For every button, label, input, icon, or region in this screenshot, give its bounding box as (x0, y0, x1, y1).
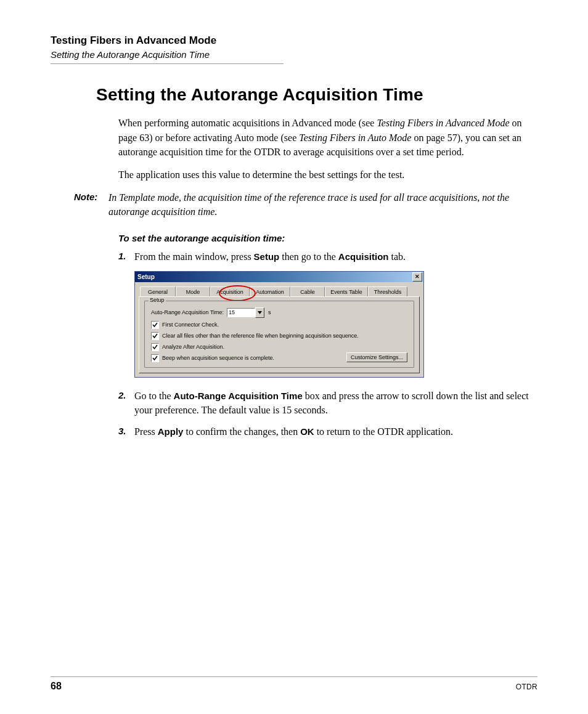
note-text: In Template mode, the acquisition time o… (108, 190, 534, 219)
product-name: OTDR (516, 683, 537, 691)
tab-events-table[interactable]: Events Table (325, 286, 368, 297)
text: tab. (389, 251, 406, 262)
step-number: 1. (118, 249, 134, 264)
page-title: Setting the Autorange Acquisition Time (96, 85, 537, 105)
running-header-chapter: Testing Fibers in Advanced Mode (51, 34, 537, 47)
dialog-titlebar: Setup ✕ (135, 272, 423, 282)
checkbox-beep[interactable] (151, 354, 159, 362)
checkbox-label: Beep when acquisition sequence is comple… (162, 355, 274, 361)
checkbox-first-connector[interactable] (151, 321, 159, 329)
header-rule (51, 63, 284, 64)
task-heading: To set the autorange acquisition time: (118, 233, 537, 243)
step-text: From the main window, press Setup then g… (134, 249, 406, 264)
dialog-window: Setup ✕ General Mode Acquisition Automat… (134, 271, 424, 378)
running-header-section: Setting the Autorange Acquisition Time (51, 49, 537, 60)
page-number: 68 (51, 681, 62, 692)
intro-paragraph-2: The application uses this value to deter… (118, 168, 534, 182)
tab-general[interactable]: General (140, 286, 176, 297)
step-2: 2. Go to the Auto-Range Acquisition Time… (118, 389, 537, 417)
unit-label: s (268, 309, 271, 315)
steps-list: 1. From the main window, press Setup the… (118, 249, 537, 264)
customize-settings-button[interactable]: Customize Settings... (346, 352, 407, 362)
checkbox-analyze[interactable] (151, 343, 159, 351)
dialog-title-text: Setup (137, 274, 155, 280)
ui-ref-ok: OK (300, 426, 314, 437)
screenshot-setup-dialog: Setup ✕ General Mode Acquisition Automat… (134, 271, 423, 378)
select-auto-range[interactable]: 15 (227, 307, 264, 318)
row-chk-first-connector: First Connector Check. (151, 321, 407, 329)
ui-ref-auto-range-box: Auto-Range Acquisition Time (174, 391, 303, 401)
chevron-down-icon[interactable] (255, 307, 264, 318)
tab-thresholds[interactable]: Thresholds (368, 286, 407, 297)
text: Press (134, 426, 158, 437)
dialog-tabpanel: Auto-Range Acquisition Time: 15 s First … (139, 296, 420, 373)
text: When performing automatic acquisitions i… (118, 118, 377, 128)
group-setup: Auto-Range Acquisition Time: 15 s First … (144, 301, 414, 368)
text: From the main window, press (134, 251, 254, 262)
step-text: Press Apply to confirm the changes, then… (134, 424, 453, 439)
dialog-tabs: General Mode Acquisition Automation Cabl… (135, 282, 423, 296)
xref-auto: Testing Fibers in Auto Mode (299, 132, 411, 143)
checkbox-label: Analyze After Acquisition. (162, 344, 224, 350)
ui-ref-acquisition: Acquisition (338, 251, 389, 262)
step-text: Go to the Auto-Range Acquisition Time bo… (134, 389, 534, 417)
step-number: 3. (118, 424, 134, 439)
row-auto-range: Auto-Range Acquisition Time: 15 s (151, 307, 407, 318)
steps-list-continued: 2. Go to the Auto-Range Acquisition Time… (118, 389, 537, 439)
tab-automation[interactable]: Automation (250, 286, 290, 297)
text: to return to the OTDR application. (314, 426, 453, 437)
step-3: 3. Press Apply to confirm the changes, t… (118, 424, 537, 439)
svg-marker-0 (258, 311, 262, 314)
text: to confirm the changes, then (183, 426, 300, 437)
ui-ref-setup: Setup (254, 251, 280, 262)
tab-mode[interactable]: Mode (176, 286, 210, 297)
close-icon[interactable]: ✕ (412, 272, 422, 282)
xref-advanced: Testing Fibers in Advanced Mode (377, 118, 509, 128)
checkbox-clear-files[interactable] (151, 332, 159, 340)
checkbox-label: Clear all files other than the reference… (162, 333, 359, 339)
checkbox-label: First Connector Check. (162, 322, 219, 328)
page-footer: 68 OTDR (51, 681, 537, 692)
label-auto-range: Auto-Range Acquisition Time: (151, 309, 224, 315)
note-block: Note: In Template mode, the acquisition … (74, 190, 537, 219)
tab-cable[interactable]: Cable (290, 286, 325, 297)
step-1: 1. From the main window, press Setup the… (118, 249, 537, 264)
select-value: 15 (227, 308, 255, 317)
row-chk-clear-files: Clear all files other than the reference… (151, 332, 407, 340)
text: Go to the (134, 391, 174, 401)
step-number: 2. (118, 389, 134, 417)
note-label: Note: (74, 190, 108, 219)
footer-rule (51, 676, 537, 677)
intro-paragraph-1: When performing automatic acquisitions i… (118, 116, 534, 159)
ui-ref-apply: Apply (158, 426, 184, 437)
text: then go to the (279, 251, 338, 262)
row-chk-analyze: Analyze After Acquisition. (151, 343, 407, 351)
tab-acquisition[interactable]: Acquisition (210, 286, 250, 297)
